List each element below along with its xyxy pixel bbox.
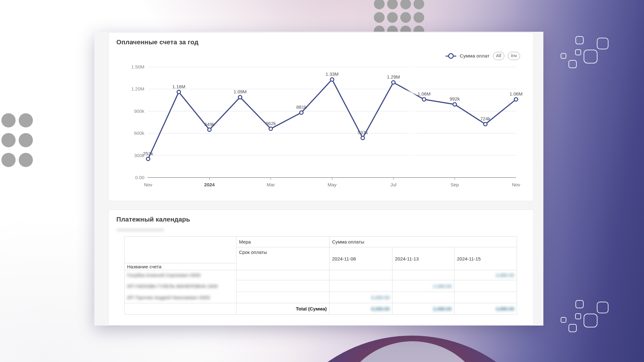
data-point[interactable] xyxy=(300,111,303,114)
matrix-corner-cell xyxy=(125,237,236,263)
decor-squares-top-right xyxy=(557,28,613,72)
point-label: 1.16M xyxy=(172,84,186,89)
amount-cell xyxy=(454,280,517,292)
amount-cell xyxy=(330,280,392,292)
measure-empty-cell xyxy=(236,270,330,280)
decor-square xyxy=(575,313,581,319)
y-axis-label: 600k xyxy=(134,130,144,136)
x-axis-label: Mar xyxy=(267,182,275,187)
total-label-cell: Total (Сумма) xyxy=(236,303,330,315)
point-label: 649k xyxy=(204,122,215,127)
invoice-name-cell: ИП ГАЕКОВА ГУЗЕЛЬ ВИНЕРОВНА 2400 xyxy=(125,280,236,292)
measure-empty-cell xyxy=(236,292,330,303)
empty-cell xyxy=(125,303,236,315)
table-row: ИП Таунчев Андрей Николаевич 93009,300.0… xyxy=(125,292,517,303)
data-point[interactable] xyxy=(361,136,364,140)
amount-cell: 4,990.00 xyxy=(454,270,517,280)
decor-square xyxy=(597,38,608,49)
amount-cell xyxy=(454,292,517,303)
data-point[interactable] xyxy=(269,127,273,130)
table-row: Голубев Алексей Сергеевич 00004,990.00 xyxy=(125,270,517,280)
data-point[interactable] xyxy=(422,98,426,101)
point-label: 1.09M xyxy=(234,89,247,94)
decor-square xyxy=(569,60,577,68)
report-panel: Оплаченные счета за год Сумма оплат All … xyxy=(94,32,543,326)
x-axis-label: Jul xyxy=(390,182,396,187)
point-label: 1.29M xyxy=(387,74,400,80)
decor-square xyxy=(575,300,584,308)
point-label: 1.06M xyxy=(509,91,523,96)
invoice-name-cell: Голубев Алексей Сергеевич 0000 xyxy=(125,270,236,280)
x-axis-label: Sep xyxy=(451,182,459,187)
measure-header: Мера xyxy=(236,237,330,247)
dots-grid-left xyxy=(0,111,35,170)
due-date-header: Срок оплаты xyxy=(236,247,330,270)
decor-square xyxy=(575,49,581,55)
x-axis-label: 2024 xyxy=(204,182,215,187)
amount-cell: 9,300.00 xyxy=(330,292,392,303)
payment-matrix: МераСумма оплатыСрок оплаты2024-11-08202… xyxy=(124,236,517,315)
chart-card: Оплаченные счета за год Сумма оплат All … xyxy=(108,32,534,201)
x-axis-label: May xyxy=(328,182,337,187)
decor-square xyxy=(584,50,597,63)
x-axis-label: Nov xyxy=(512,182,520,187)
decor-squares-bottom-right xyxy=(557,292,613,336)
payment-calendar-card: Платежный календарь МераСумма оплатыСрок… xyxy=(108,210,534,326)
data-point[interactable] xyxy=(484,123,487,126)
chart-svg: 1.50M1.20M900k600k300k0.00Nov2024MarMayJ… xyxy=(109,33,534,201)
y-axis-label: 0.00 xyxy=(135,175,144,180)
point-label: 253k xyxy=(143,151,153,156)
total-row: Total (Сумма)9,300.002,490.004,990.00 xyxy=(125,303,517,315)
table-title: Платежный календарь xyxy=(116,216,190,223)
data-point[interactable] xyxy=(330,78,334,81)
data-point[interactable] xyxy=(392,81,395,84)
y-axis-label: 1.20M xyxy=(131,86,144,91)
blurred-subtitle xyxy=(117,229,164,231)
data-point[interactable] xyxy=(453,103,457,106)
page: { "chart_section": { "title": "Оплаченны… xyxy=(0,0,644,362)
amount-cell xyxy=(392,270,454,280)
total-amount-cell: 2,490.00 xyxy=(392,303,454,315)
line-chart: 1.50M1.20M900k600k300k0.00Nov2024MarMayJ… xyxy=(109,33,534,201)
amount-cell: 2,490.00 xyxy=(392,280,454,292)
series-line xyxy=(148,80,516,159)
measure-empty-cell xyxy=(236,280,330,292)
amount-cell xyxy=(330,270,392,280)
data-point[interactable] xyxy=(238,96,242,99)
decor-square xyxy=(584,314,597,327)
decor-square xyxy=(561,317,566,323)
decor-square xyxy=(575,36,584,44)
total-amount-cell: 4,990.00 xyxy=(454,303,517,315)
date-column-header: 2024-11-08 xyxy=(330,247,392,270)
table-row: ИП ГАЕКОВА ГУЗЕЛЬ ВИНЕРОВНА 24002,490.00 xyxy=(125,280,517,292)
matrix-table: МераСумма оплатыСрок оплаты2024-11-08202… xyxy=(124,236,517,315)
point-label: 537k xyxy=(358,130,368,135)
row-header-title: Название счета xyxy=(125,263,236,270)
point-label: 1.33M xyxy=(325,71,339,77)
point-label: 1.06M xyxy=(418,91,431,96)
data-point[interactable] xyxy=(147,157,150,161)
point-label: 992k xyxy=(450,96,460,101)
point-label: 881k xyxy=(296,104,307,110)
decor-square xyxy=(569,324,577,332)
amount-cell xyxy=(392,292,454,303)
data-point[interactable] xyxy=(208,128,211,131)
decor-square xyxy=(597,302,608,313)
x-axis-label: Nov xyxy=(144,182,153,187)
data-point[interactable] xyxy=(514,98,518,101)
y-axis-label: 900k xyxy=(134,108,144,114)
y-axis-label: 1.50M xyxy=(131,64,144,69)
invoice-name-cell: ИП Таунчев Андрей Николаевич 9300 xyxy=(125,292,236,303)
point-label: 662k xyxy=(266,121,276,126)
values-header: Сумма оплаты xyxy=(330,237,517,247)
decor-square xyxy=(561,53,566,59)
point-label: 724k xyxy=(480,116,491,121)
total-amount-cell: 9,300.00 xyxy=(330,303,392,315)
data-point[interactable] xyxy=(177,90,180,94)
date-column-header: 2024-11-15 xyxy=(454,247,517,270)
date-column-header: 2024-11-13 xyxy=(392,247,454,270)
